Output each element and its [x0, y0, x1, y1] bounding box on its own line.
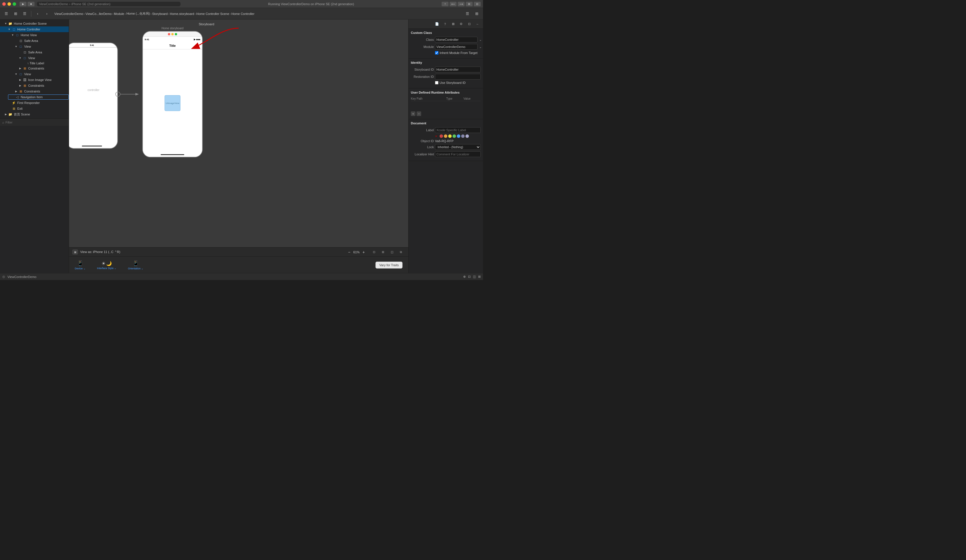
scene-outline-item-first-responder[interactable]: ⚡ First Responder — [0, 100, 69, 106]
run-button[interactable]: ▶ — [20, 2, 26, 6]
inspector-file-btn[interactable]: 📄 — [434, 21, 440, 27]
inspector-connections-btn[interactable]: → — [474, 21, 481, 27]
scene-outline-item-view3[interactable]: ▼ □ View — [0, 71, 69, 77]
use-storyboard-label: Use Storyboard ID — [440, 81, 465, 84]
bottom-btn-1[interactable]: ⊕ — [463, 275, 466, 278]
localizer-hint-input[interactable] — [435, 151, 481, 157]
add-attribute-button[interactable]: + — [411, 111, 416, 116]
color-dot-blue[interactable] — [457, 134, 460, 138]
breadcrumb-item-5[interactable]: Storyboard — [152, 12, 168, 15]
close-button[interactable] — [2, 2, 6, 6]
scene-outline-item-constraints1[interactable]: ▶ ⊞ Constraints — [0, 65, 69, 71]
canvas-options-button[interactable]: ⊞ — [379, 248, 387, 256]
left-status-bar: 9:41 — [69, 43, 117, 47]
interface-style-label-row: Interface Style ⌄ — [97, 267, 117, 270]
inspector-identity-btn[interactable]: ⊞ — [450, 21, 457, 27]
inspector-quick-help-btn[interactable]: ? — [442, 21, 449, 27]
color-dot-red[interactable] — [440, 134, 443, 138]
class-input[interactable] — [435, 37, 478, 43]
scene-outline-item-home-view[interactable]: ▼ □ Home View — [0, 32, 69, 38]
grid-view-button[interactable]: ⊞ — [12, 10, 20, 18]
exit-icon: ⊠ — [12, 106, 16, 111]
view2-icon: □ — [22, 56, 27, 60]
lock-select[interactable]: Inherited - (Nothing) — [435, 144, 481, 150]
breadcrumb-item-3[interactable]: Module — [114, 12, 124, 15]
storyboard-id-input[interactable] — [435, 67, 481, 72]
constraints2-label: Constraints — [28, 84, 69, 87]
scene-outline-item-safe-area2[interactable]: ⊡ Safe Area — [0, 49, 69, 55]
bottom-btn-2[interactable]: ⊡ — [468, 275, 471, 278]
scene-outline-item-home-ctrl[interactable]: ▼ ◻ Home Controller — [0, 26, 69, 32]
inspector-attr-btn[interactable]: ⚙ — [458, 21, 465, 27]
phone-nav-bar: Title — [143, 42, 202, 49]
color-dots — [440, 134, 469, 138]
vary-for-traits-button[interactable]: Vary for Traits — [376, 262, 402, 269]
bottom-btn-3[interactable]: ◫ — [473, 275, 476, 278]
remove-attribute-button[interactable]: − — [417, 111, 421, 116]
color-dot-gray1[interactable] — [461, 134, 465, 138]
canvas-area[interactable]: 9:41 controller — [69, 20, 408, 273]
scene-outline-item-view1[interactable]: ▼ □ View — [0, 44, 69, 49]
nav-forward-button[interactable]: ⟶ — [458, 2, 465, 6]
back-button[interactable]: ‹ — [34, 10, 42, 18]
color-dot-yellow[interactable] — [448, 134, 452, 138]
stop-button[interactable]: ■ — [28, 2, 34, 6]
scene-outline-item-exit[interactable]: ⊠ Exit — [0, 106, 69, 111]
interface-style-option[interactable]: ☀ 🌙 Interface Style ⌄ — [97, 261, 117, 270]
bottom-btn-4[interactable]: ⊞ — [478, 275, 481, 278]
minimize-button[interactable] — [8, 2, 11, 6]
left-phone-inner: 9:41 — [69, 43, 117, 148]
add-button[interactable]: ＋ — [442, 2, 449, 6]
restoration-id-input[interactable] — [435, 74, 481, 80]
toolbar-right-btn-1[interactable]: ☰ — [463, 10, 472, 18]
module-dropdown-arrow[interactable]: ⌄ — [479, 45, 481, 49]
user-defined-title: User Defined Runtime Attributes — [411, 91, 481, 94]
layout-button[interactable]: ⊞ — [466, 2, 473, 6]
title-bar-status: Running ViewControllerDemo on iPhone SE … — [181, 2, 442, 6]
scene-outline-item-constraints3[interactable]: ▶ ⊞ Constraints — [0, 88, 69, 94]
fit-button[interactable]: ⊡ — [370, 248, 378, 256]
nav-back-button[interactable]: ⟵ — [450, 2, 457, 6]
zoom-in-button[interactable]: + — [361, 250, 366, 254]
orientation-option[interactable]: 📱 Orientation ⌄ — [128, 260, 143, 270]
user-defined-section: User Defined Runtime Attributes Key Path… — [409, 88, 483, 119]
doc-label-row: Label — [411, 127, 481, 133]
list-view-button[interactable]: ☰ — [21, 10, 29, 18]
use-storyboard-checkbox[interactable] — [435, 81, 439, 84]
inspector-toggle-button[interactable]: ⊟ — [474, 2, 481, 6]
class-dropdown-arrow[interactable]: ⌄ — [479, 38, 481, 41]
forward-button[interactable]: › — [43, 10, 51, 18]
breadcrumb-item-6[interactable]: Home.storyboard — [170, 12, 194, 15]
device-option[interactable]: 📱 Device ⌄ — [75, 260, 86, 270]
more-options-button[interactable]: ⧉ — [397, 248, 405, 256]
breadcrumb-item-1[interactable]: ViewControllerDemo — [54, 12, 84, 15]
scene-outline-item-safe-area[interactable]: ⊡ Safe Area — [0, 38, 69, 44]
scene-outline-item-title-label[interactable]: L Title Label — [0, 61, 69, 65]
maximize-button[interactable] — [13, 2, 16, 6]
scene-outline-item-view2[interactable]: ▼ □ View — [0, 55, 69, 61]
inherit-checkbox[interactable] — [435, 51, 439, 54]
doc-label-input[interactable] — [435, 127, 481, 133]
color-dot-green[interactable] — [452, 134, 456, 138]
right-phone-frame: 9:41 ▶ ■■■ Title UIImageView — [142, 31, 203, 157]
sidebar-toggle-button[interactable]: ☰ — [2, 10, 10, 18]
scene-outline-item-shouye-scene[interactable]: ▶ 📁 首页 Scene — [0, 111, 69, 117]
zoom-out-button[interactable]: − — [347, 250, 352, 254]
scene-outline-item-home-ctrl-scene[interactable]: ▼ 📁 Home Controller Scene — [0, 21, 69, 26]
breadcrumb-item-2[interactable]: ViewCo...llerDemo — [85, 12, 112, 15]
scene-outline-item-constraints2[interactable]: ▶ ⊞ Constraints — [0, 83, 69, 88]
toolbar-right-btn-2[interactable]: ⊞ — [473, 10, 481, 18]
module-input[interactable] — [435, 44, 478, 50]
zoom-options-button[interactable]: ◫ — [388, 248, 396, 256]
breadcrumb-item-7[interactable]: Home Controller Scene — [196, 12, 229, 15]
scene-outline-item-icon-image-view[interactable]: ▶ 🖼 Icon Image View — [0, 77, 69, 83]
inspector-size-btn[interactable]: ⊡ — [466, 21, 473, 27]
color-dot-gray2[interactable] — [465, 134, 469, 138]
scene-filter-input[interactable] — [5, 121, 66, 124]
expand-arrow-collapsed: ▶ — [3, 113, 8, 116]
breadcrumb-item-4[interactable]: Home (...化布局) — [127, 11, 150, 16]
color-dot-orange[interactable] — [444, 134, 447, 138]
scene-outline-item-nav-item[interactable]: ◁ Navigation Item — [0, 94, 69, 100]
breadcrumb-item-8[interactable]: Home Controller — [232, 12, 255, 15]
scene-icon: 📁 — [8, 21, 13, 26]
